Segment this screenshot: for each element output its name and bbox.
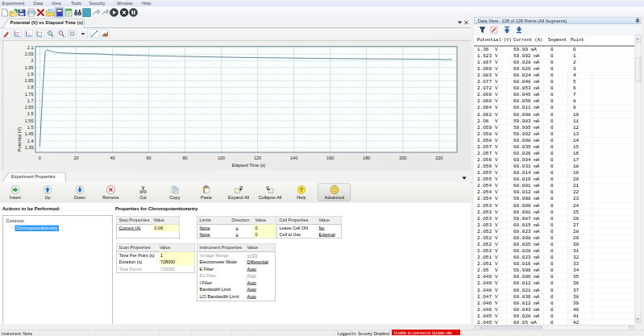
svg-text:60: 60: [146, 156, 151, 160]
svg-text:140: 140: [290, 156, 297, 160]
svg-text:220: 220: [435, 156, 442, 160]
svg-text:1.75: 1.75: [25, 92, 34, 97]
svg-text:1.9: 1.9: [27, 72, 34, 77]
svg-text:1.6: 1.6: [27, 111, 34, 116]
svg-text:2.05: 2.05: [25, 52, 34, 56]
svg-text:?: ?: [300, 187, 303, 193]
svg-text:1.5: 1.5: [27, 125, 34, 130]
svg-text:2: 2: [31, 58, 33, 63]
svg-text:40: 40: [110, 156, 114, 160]
svg-text:1.45: 1.45: [25, 131, 34, 136]
svg-text:180: 180: [363, 156, 370, 160]
svg-text:1.65: 1.65: [25, 105, 34, 110]
svg-text:Potential (V): Potential (V): [17, 127, 22, 151]
svg-text:1.35: 1.35: [25, 145, 34, 150]
svg-text:200: 200: [399, 156, 406, 160]
svg-text:2.1: 2.1: [27, 45, 34, 50]
svg-text:80: 80: [182, 156, 187, 160]
svg-text:1.4: 1.4: [27, 139, 34, 143]
svg-text:1.8: 1.8: [27, 85, 34, 89]
svg-text:0: 0: [39, 156, 41, 160]
svg-text:Elapsed Time (s): Elapsed Time (s): [232, 163, 265, 168]
svg-text:120: 120: [254, 156, 261, 160]
svg-text:1.95: 1.95: [25, 65, 34, 70]
svg-text:1.7: 1.7: [27, 98, 34, 103]
svg-text:1.85: 1.85: [25, 78, 34, 83]
svg-text:1.55: 1.55: [25, 118, 34, 123]
svg-text:100: 100: [218, 156, 225, 160]
svg-text:20: 20: [73, 156, 78, 160]
svg-text:160: 160: [326, 156, 334, 160]
